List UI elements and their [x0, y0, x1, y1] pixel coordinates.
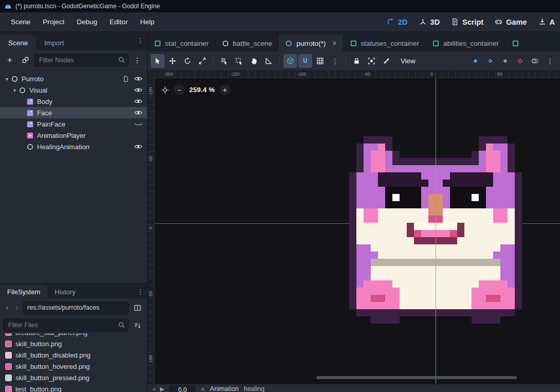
key-rotation[interactable]: [483, 54, 497, 68]
close-tab-icon[interactable]: ×: [332, 39, 336, 47]
tree-node-face[interactable]: Face: [0, 107, 147, 118]
dock-tab-history[interactable]: History: [47, 285, 82, 298]
add-node-button[interactable]: +: [3, 54, 16, 67]
dock-menu-icon[interactable]: ⋮: [137, 37, 144, 45]
nav-forward-icon[interactable]: ›: [13, 303, 21, 312]
grid-snap-toggle[interactable]: [298, 54, 312, 68]
chevron-up-icon[interactable]: ∧: [201, 385, 205, 392]
ruler-tool[interactable]: [262, 54, 276, 68]
row-buttons: [134, 144, 142, 150]
scene-tab-clipped[interactable]: [505, 35, 530, 51]
visibility-toggle[interactable]: [134, 87, 142, 94]
center-view-icon[interactable]: [161, 86, 169, 94]
zoom-in-button[interactable]: +: [220, 84, 230, 95]
node-origin-gizmo[interactable]: [433, 222, 439, 228]
expand-arrow-icon[interactable]: ▾: [3, 76, 11, 82]
visibility-toggle[interactable]: [134, 76, 142, 82]
animation-time-spinbox[interactable]: 0.0: [170, 385, 196, 392]
scene-tab-battle_scene[interactable]: battle_scene: [215, 35, 279, 51]
dock-tab-filesystem[interactable]: FileSystem: [0, 285, 47, 298]
key-position[interactable]: [468, 54, 482, 68]
dock-tab-import[interactable]: Import: [36, 35, 72, 50]
nav-back-icon[interactable]: ‹: [3, 303, 11, 312]
control-icon: [154, 40, 161, 47]
pan-tool[interactable]: [247, 54, 261, 68]
menu-editor[interactable]: Editor: [104, 15, 133, 28]
editor-switch-2d[interactable]: 2D: [387, 18, 408, 26]
visibility-toggle[interactable]: [134, 98, 142, 105]
filesystem-dock-tabbar: FileSystemHistory⋮: [0, 283, 147, 298]
group-toggle[interactable]: [365, 54, 378, 68]
ruler-label: -50: [148, 156, 153, 163]
tree-node-painface[interactable]: PainFace: [0, 118, 147, 130]
select-tool[interactable]: [151, 54, 165, 68]
file-skill_button_pressed.png[interactable]: skill_button_pressed.png: [5, 372, 147, 383]
snap-options-menu[interactable]: ⋮: [328, 54, 342, 68]
canvas-area[interactable]: − 259.4 % +: [155, 78, 560, 384]
scene-tab-statuses_container[interactable]: statuses_container: [344, 35, 426, 51]
scale-tool[interactable]: [195, 54, 209, 68]
scene-tree-menu-button[interactable]: ⋮: [131, 54, 144, 67]
visibility-toggle[interactable]: [134, 121, 142, 128]
rewind-icon[interactable]: «: [153, 385, 156, 392]
editor-switch-3d[interactable]: 3D: [419, 18, 440, 26]
visibility-toggle[interactable]: [134, 144, 142, 150]
horizontal-ruler[interactable]: -200-150-100-50050: [155, 71, 560, 78]
tree-node-visual[interactable]: ▾Visual: [0, 84, 147, 96]
skeleton-menu[interactable]: [380, 54, 393, 68]
script-icon[interactable]: [122, 76, 131, 82]
zoom-level[interactable]: 259.4 %: [189, 86, 215, 94]
filter-nodes-input[interactable]: [34, 54, 129, 67]
menu-project[interactable]: Project: [37, 15, 70, 28]
scene-tab-stat_container[interactable]: stat_container: [148, 35, 215, 51]
editor-switch-a[interactable]: A: [538, 18, 555, 26]
horizontal-scrollbar[interactable]: [316, 376, 517, 379]
select-group-tool[interactable]: [232, 54, 246, 68]
play-icon[interactable]: ▶: [160, 385, 164, 392]
editor-switch-label: A: [550, 18, 555, 26]
file-skill_button_hovered.png[interactable]: skill_button_hovered.png: [5, 361, 147, 372]
smart-snap-toggle[interactable]: [283, 54, 297, 68]
scene-tab-abilities_container[interactable]: abilities_container: [426, 35, 505, 51]
list-select-tool[interactable]: [217, 54, 231, 68]
grid-snap-toggle-icon: [301, 57, 309, 65]
move-tool[interactable]: [166, 54, 179, 68]
zoom-out-button[interactable]: −: [174, 84, 185, 95]
key-scale[interactable]: [498, 54, 512, 68]
tree-node-body[interactable]: Body: [0, 96, 147, 107]
expand-arrow-icon[interactable]: ▾: [11, 87, 19, 93]
vertical-ruler[interactable]: -100-50050100: [148, 78, 155, 384]
animation-menu[interactable]: ⋮: [543, 54, 557, 68]
auto-key-toggle[interactable]: [513, 54, 527, 68]
sort-files-button[interactable]: [131, 318, 144, 332]
view-menu-button[interactable]: View: [394, 54, 422, 68]
split-view-button[interactable]: [131, 301, 144, 314]
scene-tab-label: purroto(*): [296, 40, 326, 47]
file-skill_button_disabled.png[interactable]: skill_button_disabled.png: [5, 349, 147, 361]
menu-debug[interactable]: Debug: [71, 15, 103, 28]
grid-toggle[interactable]: [313, 54, 327, 68]
file-creature_stat_panel.png[interactable]: creature_stat_panel.png: [5, 333, 147, 338]
file-skill_button.png[interactable]: skill_button.png: [5, 338, 147, 349]
tree-node-healinganimation[interactable]: HealingAnimation: [0, 141, 147, 152]
dock-menu-icon[interactable]: ⋮: [137, 288, 144, 296]
editor-switch-game[interactable]: Game: [495, 18, 527, 26]
menu-help[interactable]: Help: [134, 15, 160, 28]
scene-tab-purroto[interactable]: purroto(*)×: [279, 35, 343, 51]
lock-toggle[interactable]: [350, 54, 364, 68]
file-test_button.png[interactable]: test_button.png: [5, 383, 147, 392]
dock-tab-scene[interactable]: Scene: [0, 35, 36, 50]
ruler-label: -100: [148, 87, 153, 96]
visibility-toggle[interactable]: [134, 110, 142, 116]
instance-scene-button[interactable]: [19, 54, 32, 67]
current-animation-name[interactable]: healing: [244, 385, 264, 392]
tree-node-purroto[interactable]: ▾Purroto: [0, 73, 147, 84]
editor-switch-script[interactable]: Script: [451, 18, 483, 26]
rotate-tool[interactable]: [180, 54, 194, 68]
resource-path[interactable]: res://assets/purroto/faces: [23, 301, 129, 314]
menu-scene[interactable]: Scene: [5, 15, 36, 28]
tree-node-animationplayer[interactable]: AnimationPlayer: [0, 130, 147, 141]
onion-skinning-toggle[interactable]: [528, 54, 542, 68]
animation-panel-label[interactable]: Animation: [210, 385, 239, 392]
filter-files-input[interactable]: [3, 318, 129, 332]
